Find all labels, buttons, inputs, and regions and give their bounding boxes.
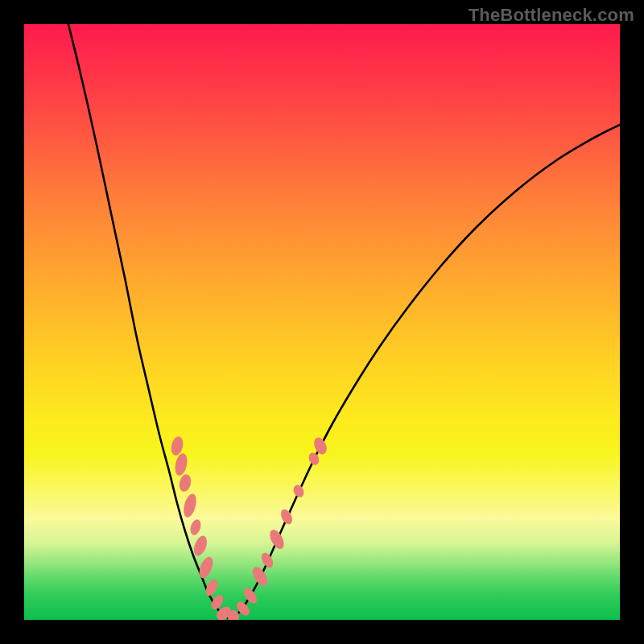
curve-svg xyxy=(24,24,620,620)
data-marker xyxy=(307,451,321,467)
data-marker xyxy=(178,473,193,493)
data-marker xyxy=(173,452,189,477)
data-marker xyxy=(204,577,220,597)
data-marker xyxy=(196,555,215,580)
data-marker xyxy=(228,610,240,620)
watermark-text: TheBottleneck.com xyxy=(469,5,634,26)
data-marker xyxy=(279,507,295,526)
data-marker xyxy=(312,436,329,456)
data-marker xyxy=(234,599,252,617)
data-marker xyxy=(188,518,203,537)
plot-area xyxy=(24,24,620,620)
data-marker xyxy=(267,527,287,551)
data-marker xyxy=(192,534,209,557)
data-marker xyxy=(181,493,198,519)
chart-root: TheBottleneck.com xyxy=(0,0,644,644)
data-marker xyxy=(250,564,270,588)
data-marker xyxy=(259,551,275,569)
data-marker xyxy=(291,483,306,499)
data-marker xyxy=(170,436,185,456)
curve-right-branch xyxy=(229,125,620,618)
data-marker xyxy=(242,586,259,606)
curve-left-branch xyxy=(68,24,229,618)
data-marker xyxy=(209,592,226,611)
data-marker xyxy=(214,604,233,620)
